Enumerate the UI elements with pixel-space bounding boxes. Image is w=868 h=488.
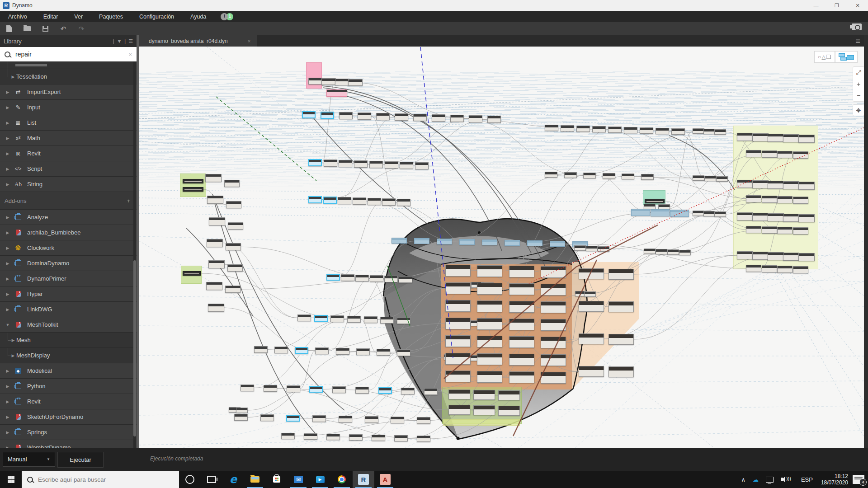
alert-badge-icon[interactable]: ! [221,13,228,20]
tab-label: dynamo_boveda arista_r04d.dyn [149,38,228,44]
divider: | [113,38,114,44]
taskbar-search-input[interactable] [37,476,161,483]
library-item-list[interactable]: ▶≣List [0,115,137,131]
volume-icon[interactable] [781,478,794,481]
search-input[interactable] [14,50,128,58]
taskbar-autocad-icon[interactable]: A [374,471,396,488]
language-indicator[interactable]: ESP [801,476,813,483]
tray-chevron-up-icon[interactable]: ∧ [741,476,745,483]
taskbar-edge-icon[interactable]: e [222,471,244,488]
taskbar-task-view-icon[interactable] [201,471,222,488]
tab-close-icon[interactable]: × [248,38,250,44]
clear-search-icon[interactable]: × [128,51,132,58]
menu-ayuda[interactable]: Ayuda [182,11,214,22]
close-button[interactable]: ✕ [847,0,868,11]
run-mode-value: Manual [8,456,27,463]
library-scrollbar[interactable] [133,61,136,448]
library-item-meshtoolkit[interactable]: ▼MeshToolkit [0,317,137,333]
library-item-archilab_bumblebee[interactable]: ▶archilab_Bumblebee [0,225,137,240]
fit-view-button[interactable]: ⤢ [853,67,864,78]
graph-view-button[interactable] [835,51,858,63]
windows-taskbar: e✉▶RA ∧ ☁ ESP 18:12 18/07/2020 4 [0,471,868,488]
zoom-in-button[interactable]: + [853,78,864,89]
tray-date: 18/07/2020 [821,479,848,486]
library-item-analyze[interactable]: ▶Analyze [0,210,137,225]
taskbar-chrome-icon[interactable] [331,471,353,488]
minimize-button[interactable]: — [806,0,826,11]
library-item-springs[interactable]: ▶Springs [0,425,137,440]
taskbar-mail-icon[interactable]: ✉ [288,471,309,488]
library-subitem-mesh[interactable]: ▶Mesh [0,333,137,348]
run-button[interactable]: Ejecutar [57,452,104,468]
library-item-revit[interactable]: ▶Revit [0,394,137,409]
library-item-script[interactable]: ▶</>Script [0,161,137,177]
menu-paquetes[interactable]: Paquetes [91,11,131,22]
run-mode-dropdown[interactable]: Manual ▼ [3,452,55,467]
graph-canvas[interactable]: ○△❏ ⤢ + − ✥ [139,47,864,448]
view-toggles: ○△❏ [814,51,858,63]
library-item-input[interactable]: ▶✎Input [0,100,137,115]
geometry-view-button[interactable]: ○△❏ [814,51,835,63]
library-item-python[interactable]: ▶Python [0,379,137,394]
execution-bar: Manual ▼ Ejecutar Ejecución completada [0,448,868,471]
maximize-button[interactable]: ❐ [826,0,847,11]
menu-bar: ArchivoEditarVerPaquetesConfiguraciónAyu… [0,11,868,22]
taskbar-revit-dynamo-icon[interactable]: R [353,471,374,488]
library-subitem-meshdisplay[interactable]: ▶MeshDisplay [0,348,137,363]
filter-icon[interactable]: ▼ [117,38,122,44]
tab-bar: dynamo_boveda arista_r04d.dyn × ☰ [139,35,864,47]
undo-button[interactable]: ↶ [54,22,72,35]
library-item-clipped[interactable] [0,61,137,69]
library-item-dominadynamo[interactable]: ▶DominaDynamo [0,256,137,271]
taskbar-file-explorer-icon[interactable] [244,471,266,488]
tab-workspace[interactable]: dynamo_boveda arista_r04d.dyn × [139,35,257,47]
taskbar-cortana-icon[interactable] [179,471,201,488]
library-item-wombatdynamo[interactable]: ▶WombatDynamo [0,440,137,448]
library-subitem-tessellation[interactable]: ▶Tessellation [0,69,137,84]
zoom-controls: ⤢ + − [853,66,864,102]
window-title: Dynamo [12,2,33,9]
window-right-edge [864,35,868,448]
taskbar-store-icon[interactable] [266,471,288,488]
scrollbar-thumb[interactable] [133,260,136,436]
export-image-camera-button[interactable] [852,23,862,30]
taskbar-search[interactable] [22,471,179,488]
add-package-icon: + [127,197,130,204]
pan-button[interactable]: ✥ [853,104,864,116]
execution-status: Ejecución completada [150,455,203,462]
taskbar-apps: e✉▶RA [179,471,396,488]
clock[interactable]: 18:12 18/07/2020 [821,473,848,486]
library-item-clockwork[interactable]: ▶☸Clockwork [0,240,137,256]
library-item-dynamoprimer[interactable]: ▶DynamoPrimer [0,271,137,286]
dynamo-window: R Dynamo — ❐ ✕ ArchivoEditarVerPaquetesC… [0,0,868,488]
library-item-math[interactable]: ▶x²Math [0,131,137,146]
library-item-hypar[interactable]: ▶Hypar [0,286,137,302]
workspace-menu-icon[interactable]: ☰ [855,38,860,44]
title-bar: R Dynamo — ❐ ✕ [0,0,868,11]
taskbar-movies-icon[interactable]: ▶ [309,471,331,488]
zoom-out-button[interactable]: − [853,90,864,101]
library-tree: ▶Tessellation▶⇄ImportExport▶✎Input▶≣List… [0,61,137,448]
library-item-string[interactable]: ▶AbString [0,177,137,192]
library-item-importexport[interactable]: ▶⇄ImportExport [0,84,137,100]
onedrive-icon[interactable]: ☁ [753,476,759,483]
library-item-sketchupfordynamo[interactable]: ▶SketchUpForDynamo [0,409,137,425]
menu-editar[interactable]: Editar [35,11,66,22]
library-item-modelical[interactable]: ▶◆Modelical [0,363,137,379]
dynamo-logo-icon: R [3,2,9,9]
open-button[interactable] [18,22,36,35]
start-button[interactable] [0,471,22,488]
menu-archivo[interactable]: Archivo [0,11,35,22]
new-file-button[interactable] [0,22,18,35]
library-search[interactable]: × [0,47,137,61]
menu-configuración[interactable]: Configuración [131,11,182,22]
addons-section-header[interactable]: Add-ons+ [0,192,137,210]
library-item-revit[interactable]: ▶RRevit [0,146,137,161]
redo-button[interactable]: ↷ [72,22,90,35]
menu-ver[interactable]: Ver [66,11,91,22]
layout-list-icon[interactable]: ☰ [128,38,133,44]
notification-center-icon[interactable]: 4 [853,475,864,484]
save-button[interactable] [36,22,54,35]
library-item-linkdwg[interactable]: ▶LinkDWG [0,302,137,317]
network-icon[interactable] [766,477,774,483]
